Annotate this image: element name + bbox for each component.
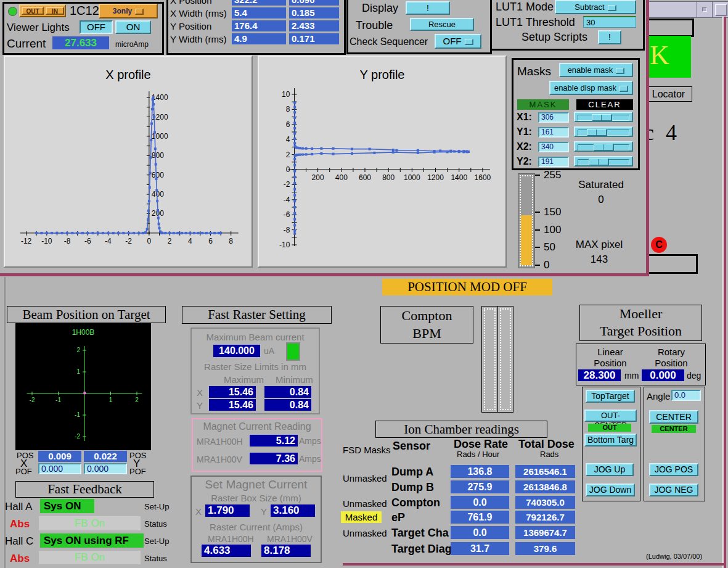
rotary-position-label1: Rotary [647,347,696,358]
lights-on-button[interactable]: ON [115,20,151,34]
slider-handle[interactable] [594,144,614,151]
display-button[interactable]: ! [406,1,450,15]
compton-slider-right-track [500,308,512,410]
locator-button[interactable]: Locator [645,86,692,102]
y-position-value-2: 2.433 [292,20,315,31]
mask-y1-label: Y1: [517,126,532,138]
svg-text:0: 0 [147,237,152,245]
svg-text:6: 6 [286,120,290,129]
svg-text:1400: 1400 [451,173,467,182]
maximum-column-label: Maximum [224,374,264,385]
mask-y1-slider[interactable] [574,126,633,137]
slider-handle[interactable] [589,158,609,166]
pof-label-right: POF [129,467,146,476]
clear-button-label: CLEAR [588,100,621,109]
check-sequencer-dropdown[interactable]: OFF [435,34,481,49]
slider-handle[interactable] [587,129,607,136]
enable-disp-mask-dropdown[interactable]: enable disp mask [549,81,633,95]
svg-text:8: 8 [286,105,290,113]
x-position-readout-1: 322.2 [232,0,286,6]
saturated-label: Saturated [567,179,635,191]
jog-neg-button[interactable]: JOG NEG [649,484,698,496]
mask-x1-entry[interactable]: 306 [538,112,569,123]
pof-label-left: POF [15,467,32,476]
window-minimize-button[interactable] [697,2,713,17]
setup-scripts-label: Setup Scripts [521,31,587,44]
hall-c-status-label: Status [144,554,167,563]
hall-c-setup-label: Set-Up [144,537,169,546]
gauge-tick-mark [535,265,540,266]
jog-down-label: JOG Down [589,485,631,495]
total-target-diag-value: 379.6 [534,543,557,554]
rescue-button[interactable]: Rescue [410,18,474,31]
hall-c-fb-label: FB On [75,551,105,563]
linear-status-badge: OUT [588,424,631,432]
mask-y2-slider[interactable] [574,156,633,167]
svg-text:800: 800 [152,151,164,160]
jog-up-button[interactable]: JOG Up [586,463,634,476]
jog-pos-button[interactable]: JOG POS [649,463,698,476]
svg-text:2: 2 [168,237,172,245]
y-width-readout-2: 0.171 [289,33,339,44]
beam-current-value: 140.000 [219,345,255,356]
set-x-entry[interactable]: 1.790 [205,504,250,517]
enable-mask-dropdown[interactable]: enable mask [559,63,633,77]
hall-c-sys-status: Sys ON using RF [40,533,144,548]
mask-x2-slider[interactable] [574,141,633,152]
svg-text:200: 200 [312,173,324,182]
lut-mode-dropdown[interactable]: Subtract [555,0,636,14]
pof-y-entry[interactable]: 0.000 [84,463,127,474]
gauge-tick-label: 150 [544,206,561,218]
compton-bpm-box: Compton BPM [380,306,473,344]
dose-target-cha-value: 0.0 [473,527,486,538]
in-button[interactable]: IN [46,7,64,15]
center-button[interactable]: CENTER [649,410,698,424]
angle-entry[interactable]: 0.0 [671,390,701,401]
setup-scripts-button[interactable]: ! [598,30,621,44]
position-mod-label: POSITION MOD OFF [407,279,527,294]
total-ep-value: 792126.7 [526,512,565,522]
window-bottom-border-accent [343,563,726,566]
pof-x-entry[interactable]: 0.000 [38,463,81,474]
compton-slider-right[interactable] [498,307,513,412]
mask-x1-value: 306 [541,113,554,121]
display-panel: Display ! Trouble Rescue Check Sequencer… [346,0,492,54]
hall-a-sys-status: Sys ON [40,499,94,513]
lights-off-button[interactable]: OFF [80,20,113,34]
gauge-tick-label: 50 [544,241,555,253]
rescue-button-label: Rescue [428,20,456,29]
moeller-title-line2: Target Position [580,323,701,340]
set-v-entry[interactable]: 8.178 [261,545,311,557]
c-status-badge: C [651,237,667,253]
minimum-column-label: Minimum [276,374,313,385]
slider-handle[interactable] [592,114,612,121]
display-label: Display [362,2,398,15]
set-magnet-title: Set Magnet Current [192,478,321,492]
current-unit-label: microAmp [115,40,149,49]
top-target-button[interactable]: TopTarget [586,390,635,403]
set-h-entry[interactable]: 4.633 [202,545,251,557]
mask-y1-entry[interactable]: 161 [538,127,569,138]
bottom-target-button[interactable]: Bottom Targ [584,434,637,447]
out-in-frame: OUT IN [19,4,66,17]
window-maximize-button[interactable] [713,2,728,17]
compton-slider-left[interactable] [482,307,498,412]
set-y-entry[interactable]: 3.160 [271,504,315,517]
dropdown-indicator-icon [135,9,144,15]
out-center-button[interactable]: OUT-CENTER [584,410,637,422]
lut-threshold-entry[interactable]: 30 [583,16,636,28]
clear-button[interactable]: CLEAR [576,99,633,110]
left-bevel-line [4,277,6,568]
max-pixel-label: MAX pixel [562,239,636,251]
jog-down-button[interactable]: JOG Down [586,484,635,496]
mask-button[interactable]: MASK [517,99,569,110]
jog-pos-label: JOG POS [655,464,693,474]
mask-y2-entry[interactable]: 191 [538,157,569,167]
viewer-mode-dropdown[interactable]: 3only [99,4,158,19]
mask-x2-entry[interactable]: 340 [538,142,569,152]
mask-x2-label: X2: [517,141,532,152]
out-button[interactable]: OUT [22,7,44,15]
svg-text:-4: -4 [105,237,112,245]
mask-x1-slider[interactable] [574,112,633,122]
svg-text:-2: -2 [75,433,80,440]
